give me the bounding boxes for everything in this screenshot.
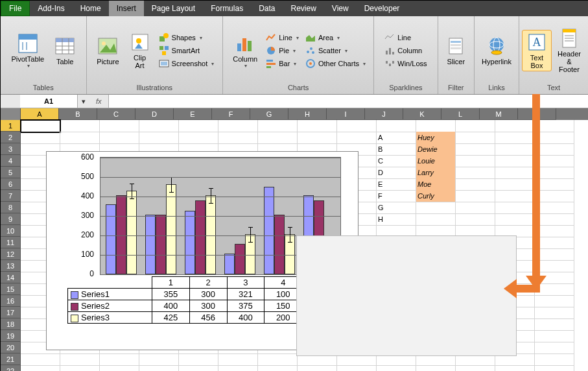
cell-F1[interactable] (218, 120, 258, 132)
cell-K7[interactable]: Curly (416, 190, 456, 202)
shapes-button[interactable]: Shapes▾ (156, 32, 217, 43)
cell-N7[interactable] (535, 190, 574, 202)
cell-J9[interactable]: H (377, 213, 416, 226)
cell-N9[interactable] (535, 213, 574, 226)
cell-M6[interactable] (495, 178, 535, 191)
cell-A21[interactable] (21, 353, 60, 366)
sparkline-line-button[interactable]: Line (382, 32, 429, 43)
row-header-22[interactable]: 22 (1, 365, 21, 371)
row-header-15[interactable]: 15 (1, 283, 21, 295)
cell-J3[interactable]: B (377, 143, 416, 156)
cell-J8[interactable]: G (377, 202, 416, 214)
bar[interactable] (106, 204, 116, 275)
line-chart-button[interactable]: Line▾ (263, 32, 301, 43)
cell-H1[interactable] (298, 120, 337, 132)
name-box[interactable]: A1 (20, 95, 78, 108)
col-header-H[interactable]: H (288, 108, 327, 120)
cell-N13[interactable] (535, 260, 574, 272)
row-header-3[interactable]: 3 (1, 143, 21, 155)
cell-N6[interactable] (535, 178, 574, 191)
cell-K1[interactable] (416, 120, 456, 132)
cell-M1[interactable] (495, 120, 535, 132)
pie-chart-button[interactable]: Pie▾ (263, 45, 301, 56)
cell-L22[interactable] (456, 365, 495, 371)
formula-bar[interactable] (108, 95, 588, 108)
row-header-6[interactable]: 6 (1, 178, 21, 190)
cell-M5[interactable] (495, 167, 535, 179)
row-header-20[interactable]: 20 (1, 342, 21, 353)
cell-B22[interactable] (60, 365, 100, 371)
bar[interactable] (264, 187, 274, 274)
row-header-8[interactable]: 8 (1, 202, 21, 213)
tab-home[interactable]: Home (73, 1, 109, 16)
bar[interactable] (195, 200, 206, 275)
col-header-A[interactable]: A (21, 108, 59, 120)
picture-button[interactable]: Picture (92, 34, 123, 67)
bar[interactable] (285, 234, 295, 274)
cell-N22[interactable] (535, 365, 574, 371)
header-footer-button[interactable]: Header& Footer (553, 26, 585, 75)
col-header-D[interactable]: D (135, 108, 174, 120)
row-header-11[interactable]: 11 (1, 237, 21, 248)
row-header-7[interactable]: 7 (1, 190, 21, 202)
cell-L5[interactable] (456, 167, 495, 179)
col-header-L[interactable]: L (441, 108, 480, 120)
tab-addins[interactable]: Add-Ins (30, 1, 72, 16)
cell-D2[interactable] (139, 132, 179, 144)
cell-D21[interactable] (139, 353, 179, 366)
sparkline-column-button[interactable]: Column (382, 45, 429, 56)
row-header-19[interactable]: 19 (1, 330, 21, 342)
cell-E22[interactable] (179, 365, 218, 371)
cell-J4[interactable]: C (377, 155, 416, 167)
cell-L3[interactable] (456, 143, 495, 156)
cell-G22[interactable] (258, 365, 298, 371)
col-header-I[interactable]: I (327, 108, 365, 120)
row-header-13[interactable]: 13 (1, 260, 21, 272)
row-header-18[interactable]: 18 (1, 318, 21, 330)
cell-K9[interactable] (416, 213, 456, 226)
row-header-10[interactable]: 10 (1, 225, 21, 237)
cell-N12[interactable] (535, 248, 574, 261)
cell-A22[interactable] (21, 365, 60, 371)
cell-N4[interactable] (535, 155, 574, 167)
bar[interactable] (245, 234, 255, 274)
textbox-button[interactable]: ATextBox (522, 30, 552, 71)
cell-H22[interactable] (298, 365, 337, 371)
row-header-17[interactable]: 17 (1, 307, 21, 318)
tab-view[interactable]: View (324, 1, 357, 16)
cell-L1[interactable] (456, 120, 495, 132)
cell-N5[interactable] (535, 167, 574, 179)
cell-K22[interactable] (416, 365, 456, 371)
cell-F21[interactable] (218, 353, 258, 366)
cell-K6[interactable]: Moe (416, 178, 456, 191)
bar[interactable] (126, 191, 137, 275)
row-header-4[interactable]: 4 (1, 155, 21, 167)
cell-J2[interactable]: A (377, 132, 416, 144)
bar[interactable] (156, 215, 166, 274)
cell-K2[interactable]: Huey (416, 132, 456, 144)
bar[interactable] (166, 184, 176, 274)
bar[interactable] (235, 244, 245, 274)
cell-H2[interactable] (298, 132, 337, 144)
cell-I1[interactable] (337, 120, 377, 132)
cell-I22[interactable] (337, 365, 377, 371)
pivottable-button[interactable]: PivotTable▾ (6, 31, 49, 71)
cell-K4[interactable]: Louie (416, 155, 456, 167)
slicer-button[interactable]: Slicer (441, 34, 471, 67)
cell-E2[interactable] (179, 132, 218, 144)
col-header-K[interactable]: K (403, 108, 441, 120)
row-header-1[interactable]: 1 (1, 120, 21, 132)
cell-K8[interactable] (416, 202, 456, 214)
cell-N16[interactable] (535, 295, 574, 307)
cell-C21[interactable] (100, 353, 139, 366)
cell-L9[interactable] (456, 213, 495, 226)
scatter-chart-button[interactable]: Scatter▾ (303, 45, 368, 56)
cell-L2[interactable] (456, 132, 495, 144)
cell-K3[interactable]: Dewie (416, 143, 456, 156)
cell-N19[interactable] (535, 330, 574, 342)
area-chart-button[interactable]: Area▾ (303, 32, 368, 43)
cell-C1[interactable] (100, 120, 139, 132)
namebox-dropdown[interactable]: ▾ (78, 97, 89, 106)
cell-A2[interactable] (21, 132, 60, 144)
cell-C2[interactable] (100, 132, 139, 144)
